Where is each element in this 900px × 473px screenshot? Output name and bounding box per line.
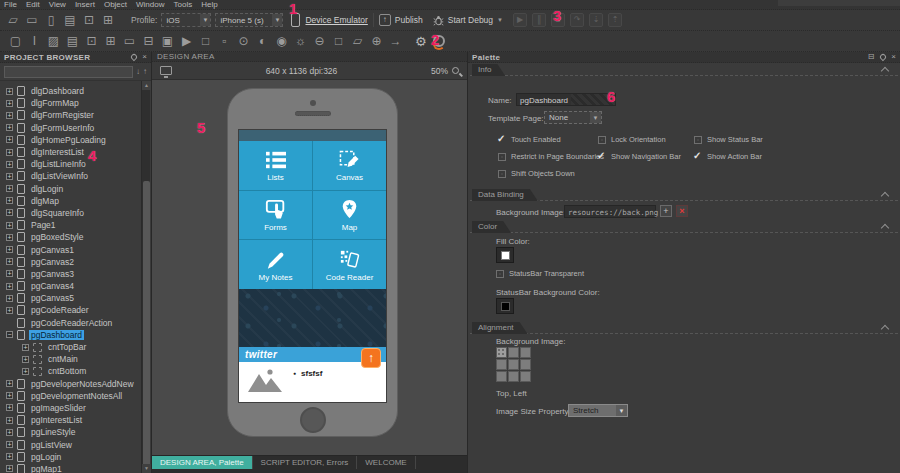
page-icon[interactable]: ▢ bbox=[6, 35, 25, 47]
label-icon[interactable]: ⊡ bbox=[82, 35, 101, 47]
device-select[interactable]: iPhone 5 (s) ▼ bbox=[215, 13, 283, 27]
tree-item[interactable]: + pgMap1 bbox=[0, 463, 141, 473]
background-image-field[interactable]: resources://back.png bbox=[564, 205, 656, 218]
tree-item[interactable]: + cntBottom bbox=[0, 365, 141, 377]
tree-item[interactable]: + dlgMap bbox=[0, 195, 141, 207]
tile-code-reader[interactable]: Code Reader bbox=[313, 240, 386, 289]
expander-icon[interactable]: + bbox=[6, 161, 13, 168]
add-binding-button[interactable]: + bbox=[660, 205, 672, 217]
tree-item[interactable]: + pgCodeReader bbox=[0, 304, 141, 316]
switch-icon[interactable]: ◐ bbox=[253, 35, 272, 47]
step-over-icon[interactable]: ↷ bbox=[570, 13, 584, 27]
close-icon[interactable]: × bbox=[142, 53, 147, 61]
expander-icon[interactable]: + bbox=[6, 453, 13, 460]
textbox-icon[interactable]: ⊞ bbox=[101, 35, 120, 47]
tree-item[interactable]: + pgCanvas2 bbox=[0, 256, 141, 268]
expander-icon[interactable]: + bbox=[22, 368, 29, 375]
tree-scrollbar[interactable]: ▲ ▼ bbox=[141, 81, 150, 473]
tree-item[interactable]: + dlgHomePgLoading bbox=[0, 134, 141, 146]
open-folder-icon[interactable]: ▱ bbox=[4, 14, 22, 26]
device-emulator-button[interactable]: Device Emulator bbox=[305, 15, 367, 25]
view-tab[interactable]: SCRIPT EDITOR, Errors bbox=[253, 456, 358, 469]
name-field[interactable]: pgDashboard bbox=[516, 93, 616, 106]
expander-icon[interactable]: + bbox=[6, 392, 13, 399]
expander-icon[interactable]: + bbox=[6, 283, 13, 290]
expander-icon[interactable]: + bbox=[6, 295, 13, 302]
menu-item[interactable]: View bbox=[49, 0, 66, 9]
device-display-icon[interactable] bbox=[160, 66, 172, 75]
tile-lists[interactable]: Lists bbox=[239, 141, 312, 190]
expander-icon[interactable]: + bbox=[6, 234, 13, 241]
expander-icon[interactable]: + bbox=[6, 124, 13, 131]
expander-icon[interactable]: + bbox=[6, 197, 13, 204]
tree-item[interactable]: + cntTopBar bbox=[0, 341, 141, 353]
expander-icon[interactable]: + bbox=[6, 149, 13, 156]
expander-icon[interactable]: − bbox=[6, 331, 13, 338]
search-up-icon[interactable]: ↑ bbox=[143, 67, 147, 77]
expander-icon[interactable]: + bbox=[6, 380, 13, 387]
restore-icon[interactable]: ⊟ bbox=[868, 53, 875, 61]
align-top-right[interactable] bbox=[520, 347, 531, 358]
tree-item[interactable]: + pgInterestList bbox=[0, 414, 141, 426]
menu-item[interactable]: Object bbox=[104, 0, 127, 9]
step-into-icon[interactable]: ⇣ bbox=[589, 13, 603, 27]
expander-icon[interactable]: + bbox=[6, 465, 13, 472]
expander-icon[interactable]: + bbox=[6, 429, 13, 436]
phone-screen[interactable]: Lists Canvas bbox=[238, 129, 387, 403]
view-tab[interactable]: DESIGN AREA, Palette bbox=[152, 456, 253, 469]
align-middle-center[interactable] bbox=[508, 359, 519, 370]
checkbox[interactable]: Lock Orientation bbox=[598, 135, 694, 144]
scrollbar-thumb[interactable] bbox=[143, 181, 150, 471]
expander-icon[interactable]: + bbox=[6, 222, 13, 229]
tree-item[interactable]: + pgLineStyle bbox=[0, 426, 141, 438]
tile-my-notes[interactable]: My Notes bbox=[239, 240, 312, 289]
slider-icon[interactable]: ⊟ bbox=[139, 35, 158, 47]
tree-item[interactable]: + Page1 bbox=[0, 219, 141, 231]
checkbox[interactable]: Show Navigation Bar bbox=[598, 152, 694, 161]
repeatbox-icon[interactable]: ⊙ bbox=[234, 35, 253, 47]
pause-icon[interactable]: ║ bbox=[532, 13, 546, 27]
video-icon[interactable]: ▶ bbox=[177, 35, 196, 47]
tree-item[interactable]: + pgCanvas1 bbox=[0, 243, 141, 255]
gear-icon[interactable]: ⚙ bbox=[415, 34, 427, 49]
align-bottom-right[interactable] bbox=[520, 371, 531, 382]
expander-icon[interactable]: + bbox=[6, 404, 13, 411]
expander-icon[interactable]: + bbox=[6, 173, 13, 180]
section-info-tab[interactable]: Info bbox=[472, 64, 505, 76]
collapse-icon[interactable] bbox=[881, 224, 889, 232]
tree-item[interactable]: + dlgFormMap bbox=[0, 97, 141, 109]
pin-icon[interactable] bbox=[130, 53, 138, 61]
expander-icon[interactable]: + bbox=[6, 270, 13, 277]
align-middle-left[interactable] bbox=[496, 359, 507, 370]
activity-icon[interactable]: ☼ bbox=[291, 35, 310, 47]
magnifier-icon[interactable] bbox=[452, 67, 459, 74]
tree-item[interactable]: + cntMain bbox=[0, 353, 141, 365]
location-icon[interactable]: ◉ bbox=[272, 35, 291, 47]
tile-canvas[interactable]: Canvas bbox=[313, 141, 386, 190]
align-bottom-left[interactable] bbox=[496, 371, 507, 382]
close-icon[interactable]: × bbox=[891, 53, 896, 61]
image-size-select[interactable]: Stretch ▼ bbox=[568, 404, 628, 417]
tree-item[interactable]: + dlgInterestList bbox=[0, 146, 141, 158]
save-icon[interactable]: ▤ bbox=[61, 14, 79, 26]
window-icon[interactable]: □ bbox=[196, 35, 215, 47]
phone-statusbar[interactable] bbox=[239, 130, 386, 141]
tree-item[interactable]: + dlgFormRegister bbox=[0, 109, 141, 121]
menu-item[interactable]: Help bbox=[201, 0, 217, 9]
expander-icon[interactable]: + bbox=[6, 88, 13, 95]
tree-item[interactable]: + dlgSquareInfo bbox=[0, 207, 141, 219]
menu-item[interactable]: Edit bbox=[26, 0, 40, 9]
align-top-center[interactable] bbox=[508, 347, 519, 358]
globe-icon[interactable] bbox=[433, 35, 445, 47]
pin-icon[interactable] bbox=[879, 53, 887, 61]
expander-icon[interactable]: + bbox=[6, 112, 13, 119]
align-top-left[interactable] bbox=[496, 347, 507, 358]
rectangle-icon[interactable]: □ bbox=[329, 35, 348, 47]
search-down-icon[interactable]: ↓ bbox=[136, 67, 140, 77]
selection-icon[interactable]: ▫ bbox=[215, 35, 234, 47]
continue-icon[interactable]: ▶ bbox=[513, 13, 527, 27]
window-controls[interactable] bbox=[778, 0, 900, 6]
imageview-icon[interactable]: ▤ bbox=[63, 35, 82, 47]
template-page-select[interactable]: None ▼ bbox=[544, 111, 602, 124]
import-icon[interactable]: ⊡ bbox=[80, 14, 98, 26]
